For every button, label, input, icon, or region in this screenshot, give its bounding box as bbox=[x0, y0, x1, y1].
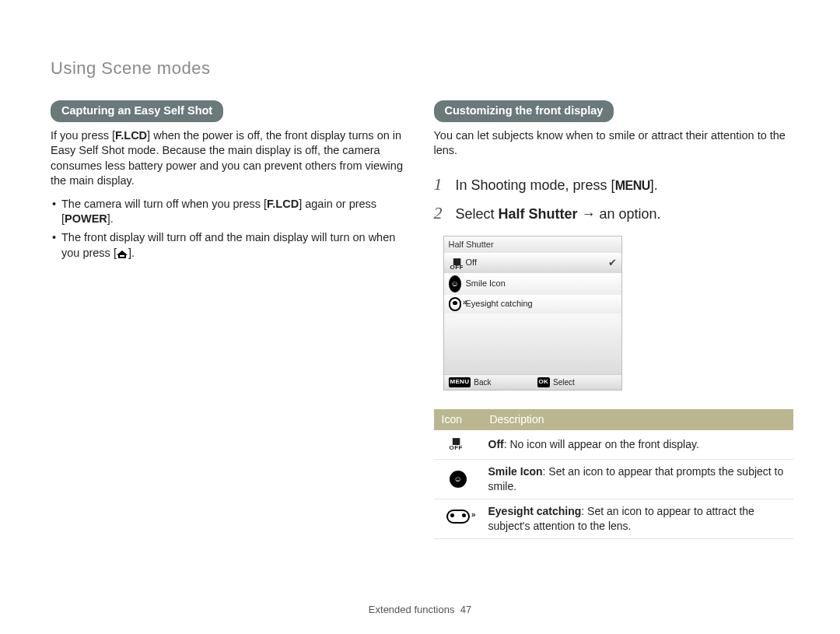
section-pill-frontdisplay: Customizing the front display bbox=[434, 100, 614, 122]
frontdisplay-intro: You can let subjects know when to smile … bbox=[434, 128, 794, 159]
check-icon: ✔ bbox=[608, 256, 617, 270]
menu-icon: MENU bbox=[615, 179, 650, 192]
right-column: Customizing the front display You can le… bbox=[434, 100, 794, 539]
step-number-2: 2 bbox=[434, 201, 448, 225]
ui-footer-select: OK Select bbox=[533, 375, 621, 391]
table-row: ☺ Smile Icon: Set an icon to appear that… bbox=[434, 460, 794, 499]
eyesight-icon: » bbox=[449, 297, 461, 311]
ui-title: Half Shutter bbox=[444, 236, 621, 253]
left-column: Capturing an Easy Self Shot If you press… bbox=[51, 100, 411, 539]
icon-description-table: Icon Description OFF Off: No icon will a… bbox=[434, 409, 794, 538]
selfshot-bullet-2: The front display will turn off and the … bbox=[51, 230, 411, 261]
selfshot-intro: If you press [F.LCD] when the power is o… bbox=[51, 128, 411, 189]
table-head-icon: Icon bbox=[434, 409, 482, 430]
off-icon: OFF bbox=[448, 435, 468, 450]
off-icon: OFF bbox=[449, 255, 461, 271]
chapter-title: Using Scene modes bbox=[51, 58, 793, 79]
ui-footer-back: MENU Back bbox=[444, 375, 533, 391]
smile-icon: ☺ bbox=[450, 471, 467, 488]
ui-option-smile: ☺ Smile Icon bbox=[444, 273, 621, 295]
eyesight-icon: » bbox=[446, 510, 470, 524]
camera-ui-screenshot: Half Shutter OFF Off ✔ ☺ Smile Icon » Ey… bbox=[443, 236, 622, 391]
step-1: 1 In Shooting mode, press [MENU]. bbox=[434, 173, 794, 196]
table-row: OFF Off: No icon will appear on the fron… bbox=[434, 430, 794, 459]
ui-option-eyesight: » Eyesight catching bbox=[444, 295, 621, 313]
table-head-desc: Description bbox=[482, 409, 794, 430]
ui-option-off: OFF Off ✔ bbox=[444, 253, 621, 273]
home-icon bbox=[117, 248, 128, 258]
selfshot-bullet-1: The camera will turn off when you press … bbox=[51, 197, 411, 227]
page-footer: Extended functions 47 bbox=[0, 604, 840, 615]
smile-icon: ☺ bbox=[449, 275, 461, 292]
step-2: 2 Select Half Shutter → an option. bbox=[434, 201, 794, 225]
step-number-1: 1 bbox=[434, 173, 448, 196]
table-row: » Eyesight catching: Set an icon to appe… bbox=[434, 499, 794, 538]
section-pill-selfshot: Capturing an Easy Self Shot bbox=[51, 100, 223, 122]
